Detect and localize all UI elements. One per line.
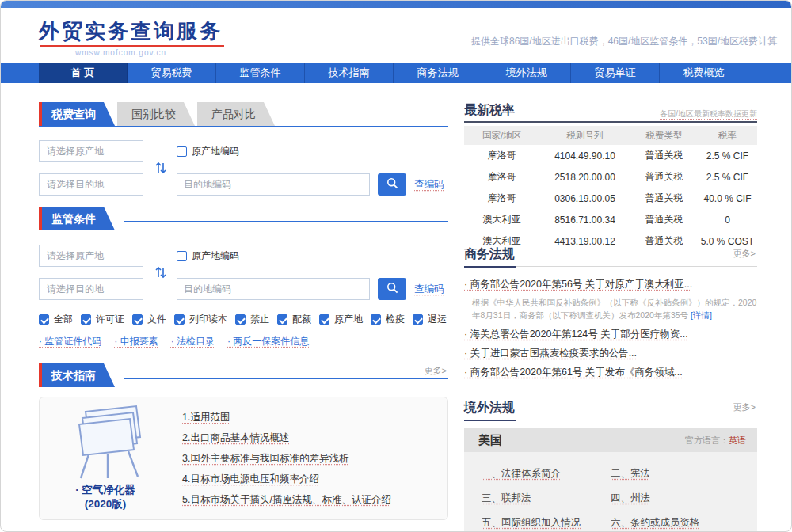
nav-item-tax-overview[interactable]: 税费概览 <box>660 63 748 83</box>
sup-origin-code-option[interactable]: 原产地编码 <box>177 249 239 263</box>
nav-item-foreign-laws[interactable]: 境外法规 <box>482 63 571 83</box>
link-declaration-elements[interactable]: · 申报要素 <box>114 335 158 348</box>
foreign-topic[interactable]: 三、联邦法 <box>482 486 611 511</box>
sup-dest-code-input[interactable] <box>177 278 370 300</box>
cell-country: 摩洛哥 <box>464 145 539 166</box>
filter-quarantine[interactable]: 检疫 <box>371 313 405 326</box>
filter-checkbox[interactable] <box>319 314 329 325</box>
filter-label: 列印读本 <box>189 313 227 326</box>
tax-origin-code-option[interactable]: 原产地编码 <box>177 145 239 158</box>
supervision-links: · 监管证件代码 · 申报要素 · 法检目录 · 两反一保案件信息 <box>39 335 309 348</box>
col-rate: 税率 <box>698 126 757 145</box>
foreign-header: 境外法规 更多> <box>464 400 757 420</box>
top-accent-bar <box>1 1 791 8</box>
foreign-topic[interactable]: 五、国际组织加入情况 <box>482 511 611 531</box>
cell-rate: 2.5 % CIF <box>698 166 757 188</box>
tax-origin-code-checkbox[interactable] <box>177 146 187 157</box>
filter-quota[interactable]: 配额 <box>277 313 311 326</box>
cell-code: 2518.20.00.00 <box>539 166 630 188</box>
cell-country: 澳大利亚 <box>464 209 539 230</box>
filter-origin[interactable]: 原产地 <box>319 313 363 326</box>
foreign-topic[interactable]: 四、州法 <box>611 486 740 511</box>
filter-prohibited[interactable]: 禁止 <box>235 313 269 326</box>
guide-rule <box>124 378 448 379</box>
filter-checkbox[interactable] <box>39 314 49 325</box>
filter-license[interactable]: 许可证 <box>81 313 124 326</box>
tab-country-compare[interactable]: 国别比较 <box>117 102 195 126</box>
nav-item-home[interactable]: 首 页 <box>39 63 128 83</box>
filter-checkbox[interactable] <box>132 314 143 325</box>
tax-dest-code-input[interactable] <box>177 173 370 196</box>
guide-item[interactable]: 2.出口商品基本情况概述 <box>182 428 440 448</box>
laws-item[interactable]: · 商务部公告2020年第56号 关于对原产于澳大利亚... <box>464 275 757 294</box>
filter-checkbox[interactable] <box>235 314 246 325</box>
tax-dest-select[interactable]: 请选择目的地 <box>39 173 143 196</box>
guide-item[interactable]: 5.目标市场关于插头/插座法规、标准、认证介绍 <box>182 489 440 510</box>
laws-item[interactable]: · 关于进口蒙古国燕麦检疫要求的公告... <box>464 344 757 363</box>
query-tabs: 税费查询 国别比较 产品对比 <box>39 102 275 126</box>
laws-more-link[interactable]: 更多> <box>733 248 756 260</box>
guide-item[interactable]: 3.国外主要标准与我国标准的差异浅析 <box>182 448 440 469</box>
nav-item-trade-tax[interactable]: 贸易税费 <box>128 63 216 83</box>
nav-item-business-laws[interactable]: 商务法规 <box>394 63 482 83</box>
nav-item-tech-guide[interactable]: 技术指南 <box>305 63 394 83</box>
filter-label: 禁止 <box>250 313 269 326</box>
tax-search-button[interactable] <box>378 173 406 196</box>
sup-origin-select[interactable]: 请选择原产地 <box>39 245 143 267</box>
rates-row: 澳大利亚8516.71.00.34普通关税0 <box>464 209 757 230</box>
sup-origin-code-checkbox[interactable] <box>177 251 187 261</box>
filter-document[interactable]: 文件 <box>132 313 166 326</box>
nav-item-supervision[interactable]: 监管条件 <box>216 63 305 83</box>
filter-checkbox[interactable] <box>413 314 423 325</box>
tax-origin-select[interactable]: 请选择原产地 <box>39 140 143 162</box>
sup-search-button[interactable] <box>378 278 406 300</box>
cell-type: 普通关税 <box>630 145 698 166</box>
filter-label: 检疫 <box>386 313 405 326</box>
sup-lookup-code-link[interactable]: 查编码 <box>414 283 444 296</box>
tax-lookup-code-link[interactable]: 查编码 <box>414 178 444 192</box>
guide-product-label: · 空气净化器 (2020版) <box>46 483 165 511</box>
tab-tax-query[interactable]: 税费查询 <box>39 102 115 126</box>
guide-product-edition: (2020版) <box>46 497 165 511</box>
sup-dest-select[interactable]: 请选择目的地 <box>39 278 143 300</box>
site-title: 外贸实务查询服务 <box>39 17 223 45</box>
country-name: 美国 <box>478 433 685 448</box>
cell-rate: 40.0 % CIF <box>698 188 757 209</box>
filter-return[interactable]: 退运 <box>413 313 447 326</box>
rates-title: 最新税率 <box>464 103 515 116</box>
main-content: 税费查询 国别比较 产品对比 请选择原产地 原产地编码 请选择目的地 <box>1 83 791 531</box>
filter-label: 原产地 <box>334 313 363 326</box>
tabs-underline <box>39 126 448 127</box>
link-inspection-catalog[interactable]: · 法检目录 <box>171 335 215 348</box>
guide-ribbon: 技术指南 <box>39 363 115 387</box>
link-supervision-cert-code[interactable]: · 监管证件代码 <box>39 335 101 348</box>
laws-detail-link[interactable]: [详情] <box>691 310 712 320</box>
nav-item-trade-docs[interactable]: 贸易单证 <box>571 63 660 83</box>
laws-item[interactable]: · 海关总署公告2020年第124号 关于部分医疗物资... <box>464 325 757 344</box>
guide-list: 1.适用范围 2.出口商品基本情况概述 3.国外主要标准与我国标准的差异浅析 4… <box>182 407 440 510</box>
foreign-topic[interactable]: 一、法律体系简介 <box>482 462 611 486</box>
filter-checkbox[interactable] <box>81 314 91 325</box>
supervision-section-header: 监管条件 <box>39 207 448 230</box>
tab-product-compare[interactable]: 产品对比 <box>197 102 275 126</box>
link-trade-remedy-cases[interactable]: · 两反一保案件信息 <box>227 335 309 348</box>
guide-item[interactable]: 1.适用范围 <box>182 407 440 428</box>
cell-type: 普通关税 <box>630 209 698 230</box>
foreign-topic[interactable]: 六、条约或成员资格 <box>611 511 740 531</box>
filter-checkbox[interactable] <box>174 314 185 325</box>
cell-code: 4104.49.90.10 <box>539 145 630 166</box>
filter-checkbox[interactable] <box>371 314 381 325</box>
guide-item[interactable]: 4.目标市场电源电压和频率介绍 <box>182 469 440 489</box>
laws-item[interactable]: · 商务部公告2020年第61号 关于发布《商务领域... <box>464 363 757 382</box>
foreign-topic[interactable]: 二、宪法 <box>611 462 740 486</box>
cell-code: 8516.71.00.34 <box>539 209 630 230</box>
laws-header: 商务法规 更多> <box>464 246 757 267</box>
foreign-more-link[interactable]: 更多> <box>733 401 756 413</box>
guide-more-link[interactable]: 更多> <box>425 365 447 377</box>
filter-checkbox[interactable] <box>277 314 287 325</box>
cell-type: 普通关税 <box>630 230 698 246</box>
rates-note: 各国/地区最新税率数据更新 <box>660 108 757 120</box>
filter-all[interactable]: 全部 <box>39 313 73 326</box>
filter-label: 配额 <box>292 313 311 326</box>
filter-catalog[interactable]: 列印读本 <box>174 313 227 326</box>
